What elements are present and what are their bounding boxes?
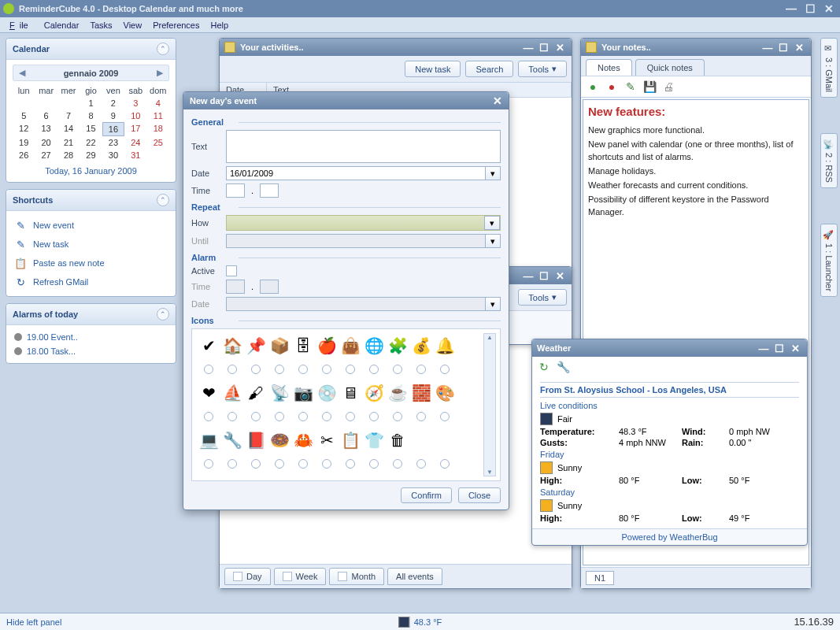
icon-option[interactable]: ❤ [197,381,220,405]
icon-option[interactable]: 🖌 [244,381,268,405]
icon-option[interactable]: 💿 [315,381,339,405]
icon-option[interactable]: 👕 [362,428,386,452]
lower-min-button[interactable]: — [521,270,535,281]
cal-day[interactable]: 18 [147,122,169,136]
icon-radio[interactable] [362,358,386,381]
icon-option[interactable]: 🧩 [386,334,409,358]
icon-option[interactable]: 🎨 [433,381,457,405]
cal-day[interactable]: 6 [35,109,57,122]
icon-radio[interactable] [244,452,268,476]
icon-radio[interactable] [362,452,386,476]
icon-option[interactable]: 🏠 [220,334,244,358]
icon-radio[interactable] [220,405,244,428]
cal-day[interactable]: 2 [102,97,124,109]
confirm-button[interactable]: Confirm [401,487,452,503]
search-button[interactable]: Search [465,61,513,77]
activities-max-button[interactable]: ☐ [537,42,551,53]
calendar-collapse-icon[interactable]: ⌃ [157,43,169,55]
cal-day[interactable]: 27 [35,149,57,161]
new-task-button[interactable]: New task [405,61,461,77]
icon-radio[interactable] [339,358,362,381]
cal-day[interactable]: 16 [102,122,124,136]
icon-option[interactable]: ⛵ [220,381,244,405]
event-date-input[interactable] [226,166,485,180]
icon-option[interactable]: 📦 [268,334,291,358]
icon-option[interactable]: 🧭 [362,381,386,405]
alarm-date-dropdown-button[interactable]: ▾ [485,297,501,311]
save-note-icon[interactable]: 💾 [642,80,657,94]
menu-tasks[interactable]: Tasks [85,19,117,32]
icon-radio[interactable] [386,358,409,381]
icon-radio[interactable] [315,452,339,476]
tab-day[interactable]: Day [224,568,271,585]
shortcut-item[interactable]: 📋Paste as new note [13,254,169,272]
until-dropdown-button[interactable]: ▾ [485,234,501,248]
event-min-input[interactable] [260,183,279,198]
icon-radio[interactable] [339,452,362,476]
icon-option[interactable]: 📕 [244,428,268,452]
weather-close-button[interactable]: ✕ [788,343,802,354]
cal-day[interactable]: 31 [124,149,146,161]
icon-radio[interactable] [433,358,457,381]
icon-radio[interactable] [220,452,244,476]
icon-option[interactable]: 🍩 [268,428,291,452]
cal-day[interactable]: 3 [124,97,146,109]
tab-all-events[interactable]: All events [387,568,442,585]
cal-day[interactable]: 17 [124,122,146,136]
cal-day[interactable]: 19 [13,136,35,149]
icon-option[interactable]: 🔧 [220,428,244,452]
icon-option[interactable]: 💰 [409,334,433,358]
cal-day[interactable]: 30 [102,149,124,161]
shortcuts-collapse-icon[interactable]: ⌃ [157,194,169,206]
icon-radio[interactable] [197,358,220,381]
alarms-collapse-icon[interactable]: ⌃ [157,308,169,321]
cal-day[interactable]: 12 [13,122,35,136]
add-note-icon[interactable]: ● [586,80,600,94]
icon-scrollbar[interactable] [483,333,496,476]
shortcut-item[interactable]: ↻Refresh GMail [13,272,169,291]
icon-radio[interactable] [268,405,291,428]
tab-week[interactable]: Week [274,568,327,585]
close-dialog-button[interactable]: Close [458,487,501,503]
shortcut-item[interactable]: ✎New event [13,216,169,235]
cal-day[interactable]: 14 [57,122,80,136]
notes-min-button[interactable]: — [760,42,775,53]
icon-radio[interactable] [409,405,433,428]
cal-day[interactable]: 13 [35,122,57,136]
notes-max-button[interactable]: ☐ [776,42,790,53]
icon-radio[interactable] [433,452,457,476]
weather-settings-icon[interactable]: 🔧 [556,360,570,374]
alarm-item[interactable]: 19.00 Event.. [13,330,169,344]
alarm-active-checkbox[interactable] [226,265,237,276]
cal-today-label[interactable]: Today, 16 January 2009 [13,161,169,177]
icon-option[interactable]: 📡 [268,381,291,405]
activities-close-button[interactable]: ✕ [553,42,567,53]
icon-option[interactable]: 🧱 [409,381,433,405]
icon-radio[interactable] [433,405,457,428]
sidetab-gmail[interactable]: ✉3 : GMail [820,38,838,98]
icon-radio[interactable] [244,405,268,428]
icon-radio[interactable] [409,358,433,381]
notes-close-button[interactable]: ✕ [792,42,806,53]
maximize-button[interactable]: ☐ [802,3,818,14]
tab-notes[interactable]: Notes [586,59,632,76]
tab-quick-notes[interactable]: Quick notes [635,59,705,76]
tab-month[interactable]: Month [329,568,384,585]
repeat-how-select[interactable]: ▾ [226,215,501,231]
hide-left-panel-link[interactable]: Hide left panel [6,617,61,627]
activities-min-button[interactable]: — [521,42,535,53]
close-button[interactable]: ✕ [821,3,837,14]
icon-option[interactable]: ✂ [315,428,339,452]
icon-radio[interactable] [409,452,433,476]
icon-radio[interactable] [291,405,315,428]
icon-radio[interactable] [386,452,409,476]
icon-radio[interactable] [339,405,362,428]
cal-day[interactable]: 10 [124,109,146,122]
cal-next-button[interactable]: ▶ [154,68,165,78]
lower-close-button[interactable]: ✕ [553,270,567,281]
icon-option[interactable]: 📌 [244,334,268,358]
cal-day[interactable]: 4 [147,97,169,109]
dialog-close-icon[interactable]: ✕ [493,94,502,107]
cal-day[interactable]: 7 [57,109,80,122]
event-text-input[interactable] [226,130,501,163]
